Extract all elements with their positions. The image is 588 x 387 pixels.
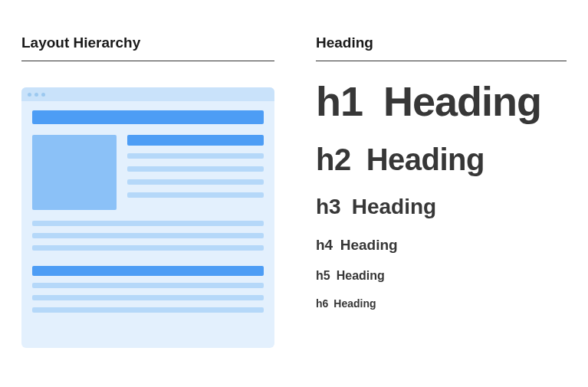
heading-h4: h4 Heading: [316, 238, 567, 253]
window-dot-icon: [41, 93, 45, 97]
wireframe-text-line: [32, 307, 264, 313]
heading-tag: h6: [316, 298, 328, 310]
heading-h5: h5 Heading: [316, 270, 567, 283]
heading-h3: h3 Heading: [316, 195, 567, 218]
wireframe-image-block: [32, 135, 117, 210]
heading-label: Heading: [383, 80, 541, 123]
layout-hierarchy-column: Layout Hierarchy: [21, 34, 274, 372]
heading-tag: h3: [316, 195, 341, 218]
wireframe-text-line: [32, 233, 264, 238]
wireframe-titlebar: [21, 87, 274, 101]
window-dot-icon: [34, 93, 38, 97]
wireframe-hero: [32, 135, 264, 210]
layout-wireframe: [21, 87, 274, 348]
wireframe-paragraph: [32, 221, 264, 251]
wireframe-text-line: [32, 221, 264, 226]
layout-hierarchy-title: Layout Hierarchy: [21, 34, 274, 61]
heading-h2: h2 Heading: [316, 143, 567, 175]
heading-label: Heading: [333, 298, 376, 310]
heading-tag: h2: [316, 143, 351, 175]
heading-label: Heading: [352, 195, 436, 218]
heading-tag: h5: [316, 270, 330, 283]
wireframe-body: [21, 101, 274, 323]
wireframe-subheading-bar: [127, 135, 264, 146]
wireframe-text-line: [32, 245, 264, 251]
wireframe-text-line: [32, 283, 264, 288]
heading-label: Heading: [340, 238, 398, 253]
heading-label: Heading: [337, 270, 385, 283]
wireframe-section: [32, 266, 264, 313]
heading-section-title: Heading: [316, 34, 567, 61]
wireframe-header-bar: [32, 110, 264, 124]
wireframe-text-line: [127, 192, 264, 198]
heading-tag: h1: [316, 80, 363, 123]
heading-column: Heading h1 Heading h2 Heading h3 Heading…: [316, 34, 567, 372]
wireframe-hero-text: [127, 135, 264, 210]
heading-h6: h6 Heading: [316, 298, 567, 310]
heading-label: Heading: [366, 143, 485, 175]
wireframe-subheading-bar: [32, 266, 264, 276]
wireframe-text-line: [127, 153, 264, 159]
heading-tag: h4: [316, 238, 333, 253]
wireframe-text-line: [127, 166, 264, 172]
window-dot-icon: [28, 93, 31, 97]
wireframe-text-line: [127, 179, 264, 185]
wireframe-text-line: [32, 295, 264, 300]
heading-h1: h1 Heading: [316, 80, 567, 123]
